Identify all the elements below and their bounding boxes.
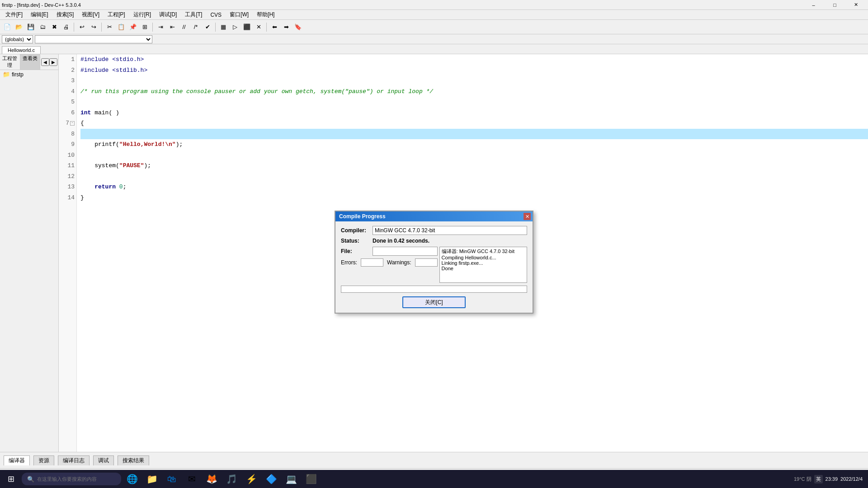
start-button[interactable]: ⊞ [2, 471, 20, 487]
taskbar-app-explorer[interactable]: 📁 [143, 471, 161, 487]
menu-tools[interactable]: 工具[T] [181, 10, 206, 19]
tb-cut[interactable]: ✂ [104, 22, 115, 33]
taskbar-app-mail[interactable]: ✉ [183, 471, 201, 487]
code-line-13: return 0; [80, 182, 868, 192]
tb-run[interactable]: ▷ [230, 22, 241, 33]
sidebar-nav-next[interactable]: ▶ [49, 58, 57, 66]
tb-outdent[interactable]: ⇤ [167, 22, 178, 33]
menu-run[interactable]: 运行[R] [130, 10, 155, 19]
window-controls: – □ ✕ [803, 0, 866, 9]
tb-debug[interactable]: ⬛ [241, 22, 252, 33]
tb-back[interactable]: ⬅ [269, 22, 280, 33]
taskbar-app-vs[interactable]: 🔷 [262, 471, 280, 487]
compile-progress-dialog[interactable]: Compile Progress ✕ Compiler: Status: Don… [335, 211, 533, 314]
code-line-14: } [80, 192, 868, 203]
dialog-file-section: File: Errors: 0 Warnings: 0 [341, 247, 438, 283]
bottom-tab-resources[interactable]: 资源 [33, 455, 54, 465]
code-line-7: { [80, 118, 868, 129]
taskbar-lang[interactable]: 英 [814, 475, 823, 483]
dialog-close-x[interactable]: ✕ [524, 213, 531, 220]
sidebar-item-firstp[interactable]: 📁 firstp [0, 70, 58, 79]
taskbar-app-edge[interactable]: 🌐 [123, 471, 141, 487]
tb-saveall[interactable]: 🗂 [37, 22, 48, 33]
taskbar-app-firefox[interactable]: 🦊 [203, 471, 221, 487]
compiler-value[interactable] [373, 226, 527, 235]
menu-help[interactable]: 帮助[H] [253, 10, 278, 19]
tb-indent[interactable]: ⇥ [155, 22, 166, 33]
taskbar-search-input[interactable] [37, 476, 109, 482]
tb-bookmark[interactable]: 🔖 [292, 22, 303, 33]
minimize-button[interactable]: – [803, 0, 824, 9]
tb-comment[interactable]: // [179, 22, 189, 33]
scope-right-select[interactable] [35, 35, 152, 43]
file-value[interactable] [373, 247, 438, 256]
menu-search[interactable]: 搜索[S] [53, 10, 78, 19]
tb-compile[interactable]: ▦ [218, 22, 229, 33]
tb-new[interactable]: 📄 [2, 22, 13, 33]
taskbar-app-terminal[interactable]: ⬛ [302, 471, 320, 487]
dialog-body: Compiler: Status: Done in 0.42 seconds. … [335, 221, 533, 313]
close-button[interactable]: ✕ [846, 0, 866, 9]
terminal-icon: ⬛ [306, 474, 317, 484]
bottom-tab-search[interactable]: 搜索结果 [118, 455, 149, 465]
tb-syntax[interactable]: ✔ [202, 22, 213, 33]
taskbar-app-devcpp[interactable]: 💻 [282, 471, 300, 487]
warnings-value[interactable]: 0 [415, 258, 438, 267]
line-numbers: 1 2 3 4 5 6 7- 8 9 10 11 12 13 14 [59, 54, 77, 452]
code-line-3 [80, 75, 868, 86]
menu-cvs[interactable]: CVS [207, 11, 225, 19]
menu-debug[interactable]: 调试[D] [156, 10, 180, 19]
bottom-tab-compile-log[interactable]: 编译日志 [58, 455, 90, 465]
tb-paste[interactable]: 📌 [127, 22, 138, 33]
menu-window[interactable]: 窗口[W] [226, 10, 252, 19]
tb-save[interactable]: 💾 [25, 22, 36, 33]
sidebar-tab-project[interactable]: 工程管理 [0, 54, 20, 70]
taskbar-date: 2022/12/4 [840, 476, 863, 482]
taskbar-app-music[interactable]: 🎵 [222, 471, 241, 487]
file-tab-helloworld[interactable]: Helloworld.c [2, 46, 41, 54]
tb-uncomment[interactable]: /* [190, 22, 201, 33]
taskbar-search-box[interactable]: 🔍 [22, 473, 121, 485]
dialog-compiler-row: Compiler: [341, 226, 527, 235]
tb-close[interactable]: ✖ [49, 22, 60, 33]
errors-label: Errors: [341, 259, 357, 266]
menu-edit[interactable]: 编辑[E] [27, 10, 52, 19]
title-text: firstp - [firstp.dev] - Dev-C++ 5.3.0.4 [2, 2, 81, 8]
tb-forward[interactable]: ➡ [281, 22, 292, 33]
tb-copy[interactable]: 📋 [116, 22, 127, 33]
sidebar-tab-classes[interactable]: 查看类 [20, 54, 41, 70]
dialog-log-output[interactable]: 编译器: MinGW GCC 4.7.0 32-bit Compiling He… [439, 247, 527, 283]
menu-view[interactable]: 视图[V] [78, 10, 103, 19]
errors-value[interactable]: 0 [361, 258, 383, 267]
log-line-4: Done [442, 266, 525, 271]
log-line-3: Linking firstp.exe... [442, 260, 525, 266]
toolbar: 📄 📂 💾 🗂 ✖ 🖨 ↩ ↪ ✂ 📋 📌 ⊞ ⇥ ⇤ // /* ✔ ▦ ▷ … [0, 20, 868, 34]
firefox-icon: 🦊 [206, 474, 217, 484]
dialog-close-button[interactable]: 关闭[C] [402, 296, 466, 308]
code-line-9: printf("Hello,World!\n"); [80, 139, 868, 150]
tb-selectall[interactable]: ⊞ [139, 22, 150, 33]
tb-print[interactable]: 🖨 [61, 22, 71, 33]
sidebar-tabs: 工程管理 查看类 ◀ ▶ [0, 54, 58, 70]
menu-bar: 文件[F] 编辑[E] 搜索[S] 视图[V] 工程[P] 运行[R] 调试[D… [0, 10, 868, 20]
mail-icon: ✉ [188, 474, 196, 484]
music-icon: 🎵 [226, 474, 237, 484]
menu-project[interactable]: 工程[P] [104, 10, 129, 19]
sidebar-nav-prev[interactable]: ◀ [41, 58, 49, 66]
tb-undo[interactable]: ↩ [76, 22, 87, 33]
taskbar-app-vscode[interactable]: ⚡ [242, 471, 260, 487]
tb-open[interactable]: 📂 [14, 22, 24, 33]
menu-file[interactable]: 文件[F] [2, 10, 26, 19]
warnings-label: Warnings: [387, 259, 411, 266]
taskbar-app-store[interactable]: 🛍 [163, 471, 181, 487]
scope-bar: (globals) [0, 34, 868, 44]
tb-redo[interactable]: ↪ [88, 22, 99, 33]
maximize-button[interactable]: □ [825, 0, 845, 9]
log-line-2: Compiling Helloworld.c... [442, 255, 525, 260]
project-name: firstp [12, 71, 24, 78]
bottom-tab-compiler[interactable]: 编译器 [4, 455, 30, 465]
vscode-icon: ⚡ [246, 474, 257, 484]
scope-left-select[interactable]: (globals) [2, 35, 33, 43]
bottom-tab-debug[interactable]: 调试 [93, 455, 114, 465]
tb-stop[interactable]: ✕ [253, 22, 264, 33]
